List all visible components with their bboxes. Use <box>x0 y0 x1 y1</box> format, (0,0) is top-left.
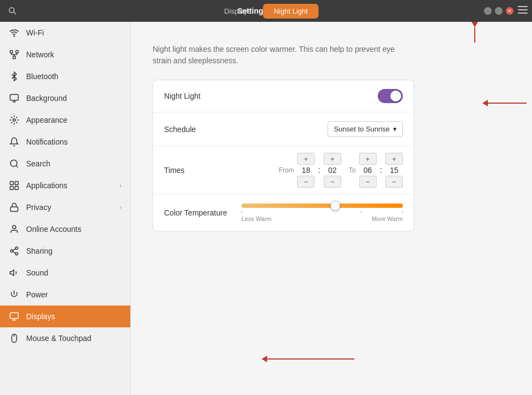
privacy-icon <box>9 202 20 213</box>
sidebar-item-privacy[interactable]: Privacy › <box>0 196 130 218</box>
network-icon <box>9 49 20 60</box>
svg-point-26 <box>10 250 13 253</box>
sidebar-item-network[interactable]: Network <box>0 44 130 65</box>
sidebar-item-bluetooth[interactable]: Bluetooth <box>0 65 130 87</box>
arrow-sidebar <box>262 356 354 362</box>
sound-icon <box>9 267 20 278</box>
more-warm-label: More Warm <box>372 216 403 222</box>
from-label: From <box>279 166 294 174</box>
min-from-value: 02 <box>324 166 341 175</box>
bluetooth-icon <box>9 71 20 82</box>
sidebar-item-power[interactable]: Power <box>0 284 130 306</box>
close-button[interactable]: ✕ <box>506 7 513 15</box>
hour-from-value: 18 <box>297 166 315 175</box>
notifications-icon <box>9 136 20 147</box>
sidebar-item-search[interactable]: Search <box>0 153 130 175</box>
svg-point-5 <box>14 35 15 37</box>
sidebar-item-notifications[interactable]: Notifications <box>0 131 130 153</box>
svg-rect-4 <box>518 13 528 14</box>
night-light-description: Night light makes the screen color warme… <box>153 44 414 67</box>
background-icon <box>9 93 20 104</box>
min-to-spinbox: + 15 − <box>385 153 403 188</box>
svg-rect-3 <box>518 9 528 10</box>
svg-point-24 <box>13 225 16 229</box>
sidebar-item-background-label: Background <box>26 94 122 103</box>
hour-to-decrement[interactable]: − <box>359 176 377 188</box>
svg-rect-7 <box>16 51 19 53</box>
privacy-chevron: › <box>119 204 122 211</box>
sidebar: Wi-Fi Network <box>0 22 131 395</box>
schedule-dropdown[interactable]: Sunset to Sunrise ▾ <box>328 121 403 137</box>
hour-from-increment[interactable]: + <box>297 153 315 165</box>
sidebar-item-sound[interactable]: Sound <box>0 262 130 284</box>
sidebar-item-displays[interactable]: Displays <box>0 306 130 327</box>
sidebar-item-notifications-label: Notifications <box>26 137 122 146</box>
maximize-button[interactable]: □ <box>495 7 503 15</box>
tab-displays[interactable]: Displays <box>213 4 262 19</box>
tab-night-light[interactable]: Night Light <box>263 4 318 19</box>
minimize-button[interactable]: — <box>484 7 492 15</box>
svg-point-17 <box>10 160 17 166</box>
temp-mark-center <box>361 211 361 213</box>
sidebar-item-search-label: Search <box>26 159 122 168</box>
sidebar-item-sharing-label: Sharing <box>26 247 122 255</box>
arrow-toggle <box>483 103 527 104</box>
svg-point-25 <box>15 247 18 250</box>
sidebar-item-online-accounts[interactable]: Online Accounts <box>0 218 130 240</box>
schedule-value: Sunset to Sunrise <box>334 125 390 133</box>
sidebar-item-wifi[interactable]: Wi-Fi <box>0 22 130 44</box>
hour-to-value: 06 <box>359 166 377 175</box>
less-warm-label: Less Warm <box>241 216 271 222</box>
main-content: Night light makes the screen color warme… <box>131 22 532 395</box>
hour-to-increment[interactable]: + <box>359 153 377 165</box>
online-accounts-icon <box>9 224 20 235</box>
sidebar-item-appearance[interactable]: Appearance <box>0 109 130 131</box>
hamburger-menu[interactable] <box>518 6 528 16</box>
svg-rect-6 <box>10 51 13 53</box>
sidebar-item-sound-label: Sound <box>26 268 122 277</box>
color-temp-row: Color Temperature Less Warm More Warm <box>153 195 414 231</box>
mouse-icon <box>9 333 20 344</box>
hour-to-spinbox: + 06 − <box>359 153 377 188</box>
min-from-spinbox: + 02 − <box>324 153 341 188</box>
colon-from: : <box>318 165 320 175</box>
svg-line-28 <box>13 252 15 253</box>
svg-line-29 <box>13 249 15 250</box>
sidebar-item-displays-label: Displays <box>26 312 122 321</box>
sidebar-item-background[interactable]: Background <box>0 87 130 109</box>
min-from-increment[interactable]: + <box>324 153 341 165</box>
color-temp-slider-track[interactable] <box>241 204 403 208</box>
sidebar-item-privacy-label: Privacy <box>26 203 113 212</box>
color-temp-marks <box>241 211 403 213</box>
schedule-row: Schedule Sunset to Sunrise ▾ <box>153 112 414 146</box>
hour-from-decrement[interactable]: − <box>297 176 315 188</box>
svg-rect-20 <box>15 182 19 185</box>
color-temp-label: Color Temperature <box>164 208 235 217</box>
min-to-value: 15 <box>385 166 403 175</box>
displays-icon <box>9 311 20 322</box>
times-controls: From + 18 − : + 02 − To <box>279 153 403 188</box>
color-temp-labels: Less Warm More Warm <box>241 216 403 222</box>
search-icon[interactable] <box>4 3 21 19</box>
color-temp-slider-thumb[interactable] <box>330 201 340 211</box>
night-light-toggle[interactable] <box>378 89 403 103</box>
titlebar: Settings Displays Night Light — □ ✕ <box>0 0 532 22</box>
sidebar-item-applications[interactable]: Applications › <box>0 175 130 196</box>
svg-rect-2 <box>518 6 528 7</box>
svg-rect-8 <box>13 56 16 59</box>
svg-rect-21 <box>10 187 14 190</box>
min-from-decrement[interactable]: − <box>324 176 341 188</box>
times-label: Times <box>164 166 197 175</box>
applications-chevron: › <box>119 182 122 189</box>
sidebar-item-applications-label: Applications <box>26 181 113 190</box>
svg-rect-19 <box>10 182 14 185</box>
min-to-decrement[interactable]: − <box>385 176 403 188</box>
min-to-increment[interactable]: + <box>385 153 403 165</box>
sidebar-item-mouse[interactable]: Mouse & Touchpad <box>0 327 130 349</box>
applications-icon <box>9 180 20 191</box>
power-icon <box>9 289 20 300</box>
sidebar-item-sharing[interactable]: Sharing <box>0 240 130 262</box>
sidebar-item-wifi-label: Wi-Fi <box>26 28 122 37</box>
sharing-icon <box>9 246 20 256</box>
hour-from-spinbox: + 18 − <box>297 153 315 188</box>
